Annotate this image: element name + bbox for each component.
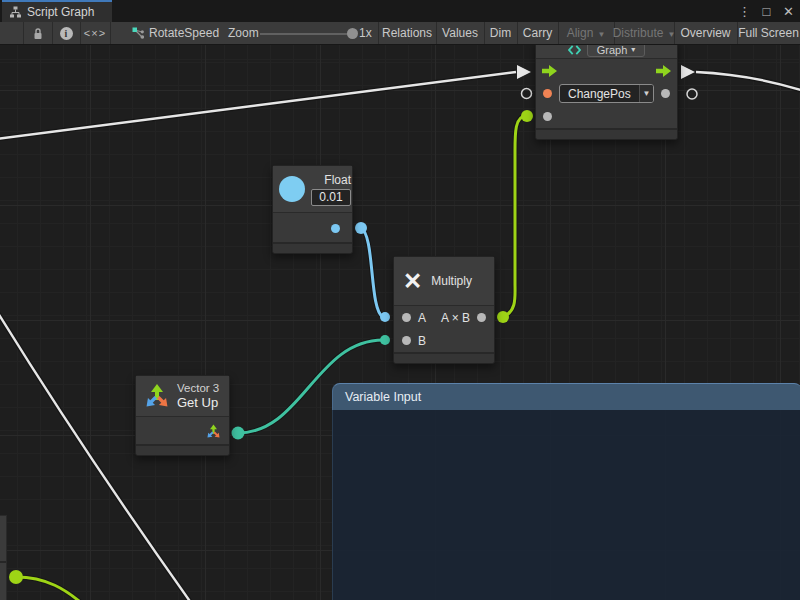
align-dropdown-icon: ▼ <box>597 30 605 39</box>
variable-input-panel[interactable]: Variable Input <box>332 383 800 600</box>
wire-lime-bottom <box>16 577 86 600</box>
secondary-input-port[interactable] <box>543 112 552 121</box>
align-button[interactable]: Align ▼ <box>558 22 614 44</box>
code-icon: <×> <box>84 27 106 39</box>
port-a-label: A <box>418 311 426 325</box>
float-node-title: Float <box>324 173 351 187</box>
graph-unit-node[interactable]: Graph ▾ ChangePos <box>535 45 678 140</box>
variable-input-panel-title: Variable Input <box>345 390 421 404</box>
lock-button[interactable] <box>23 22 52 44</box>
graph-canvas[interactable]: Graph ▾ ChangePos <box>0 45 800 600</box>
breadcrumb-caret-icon: ▾ <box>631 45 635 54</box>
wire-white-in <box>0 72 516 139</box>
graph-node-input-wire-dot[interactable] <box>521 110 533 122</box>
float-value-input[interactable] <box>311 189 351 206</box>
values-button[interactable]: Values <box>436 22 484 44</box>
full-screen-button[interactable]: Full Screen <box>737 22 800 44</box>
float-node[interactable]: Float <box>272 165 353 254</box>
dim-button[interactable]: Dim <box>484 22 517 44</box>
info-icon: i <box>60 27 73 40</box>
graph-reference-label: RotateSpeed <box>149 26 219 40</box>
port-result-label: A × B <box>441 311 470 325</box>
node-footer <box>136 446 229 455</box>
window-menu-icon[interactable]: ⋮ <box>738 4 751 19</box>
flow-arrow-in[interactable] <box>517 65 531 79</box>
float-output-port[interactable] <box>331 224 340 233</box>
value-input-port[interactable] <box>543 89 552 98</box>
vector-output-port[interactable] <box>206 424 221 439</box>
overview-button[interactable]: Overview <box>674 22 737 44</box>
port-ring-right[interactable] <box>687 89 697 99</box>
multiply-a-port[interactable] <box>402 313 411 322</box>
wire-blue-float <box>361 228 383 317</box>
lock-icon <box>32 27 44 40</box>
script-graph-window: Script Graph ⋮ □ ✕ i <×> <box>0 0 800 600</box>
vector-node-type: Vector 3 <box>177 382 219 394</box>
variable-input-panel-header[interactable]: Variable Input <box>332 383 800 410</box>
multiply-result-wire-dot[interactable] <box>497 311 509 323</box>
nested-graph-icon <box>568 45 581 55</box>
vector-output-wire-dot[interactable] <box>232 427 245 440</box>
carry-button[interactable]: Carry <box>517 22 558 44</box>
node-footer <box>536 130 677 139</box>
node-footer <box>273 244 352 253</box>
maximize-icon[interactable]: □ <box>760 4 773 19</box>
multiply-b-port[interactable] <box>402 336 411 345</box>
inspect-button[interactable]: i <box>52 22 80 44</box>
multiply-node[interactable]: ✕ Multiply A A × B B <box>393 256 495 364</box>
zoom-value: 1x <box>359 22 372 44</box>
float-output-wire-dot[interactable] <box>355 222 367 234</box>
close-icon[interactable]: ✕ <box>782 4 795 19</box>
tab-script-graph[interactable]: Script Graph <box>2 0 112 22</box>
bottom-wire-dot[interactable] <box>9 570 23 584</box>
port-ring-left[interactable] <box>522 89 532 99</box>
flow-arrow-out[interactable] <box>681 65 695 79</box>
multiply-icon: ✕ <box>403 270 422 293</box>
graph-toolbar: i <×> RotateSpeed Zoom 1x <box>0 22 800 45</box>
code-view-button[interactable]: <×> <box>80 22 110 44</box>
value-output-port[interactable] <box>661 89 670 98</box>
port-b-label: B <box>418 334 426 348</box>
float-type-icon <box>279 176 305 202</box>
tab-bar: Script Graph ⋮ □ ✕ <box>0 0 800 22</box>
variable-input-panel-body <box>332 410 800 600</box>
graph-breadcrumb-button[interactable]: Graph ▾ <box>587 45 646 57</box>
vector3-get-up-node[interactable]: Vector 3 Get Up <box>135 375 230 456</box>
multiply-result-port[interactable] <box>477 313 486 322</box>
zoom-slider-knob[interactable] <box>347 28 358 39</box>
wire-white-diagonal <box>0 313 194 600</box>
tab-title: Script Graph <box>27 5 94 19</box>
multiply-b-wire-dot[interactable] <box>380 335 390 345</box>
offscreen-node-edge[interactable] <box>0 515 7 600</box>
relations-button[interactable]: Relations <box>378 22 436 44</box>
distribute-button[interactable]: Distribute ▼ <box>614 22 674 44</box>
dropdown-caret-icon: ▼ <box>639 85 653 102</box>
graph-breadcrumb[interactable]: RotateSpeed <box>132 22 219 44</box>
variable-dropdown[interactable]: ChangePos ▼ <box>559 84 654 103</box>
graph-asset-icon <box>132 27 144 39</box>
node-divider <box>0 561 6 563</box>
wire-white-out <box>696 72 800 91</box>
vector-node-title: Get Up <box>177 395 219 410</box>
script-graph-icon <box>9 6 22 18</box>
multiply-a-wire-dot[interactable] <box>380 312 390 322</box>
window-controls: ⋮ □ ✕ <box>738 0 795 22</box>
flow-input-port[interactable] <box>542 65 557 77</box>
zoom-label: Zoom <box>228 22 259 44</box>
zoom-slider[interactable] <box>260 33 352 35</box>
multiply-node-title: Multiply <box>431 274 472 288</box>
wire-lime-result <box>503 116 526 317</box>
node-footer <box>394 354 494 363</box>
vector3-icon <box>144 383 170 409</box>
flow-output-port[interactable] <box>656 65 671 77</box>
